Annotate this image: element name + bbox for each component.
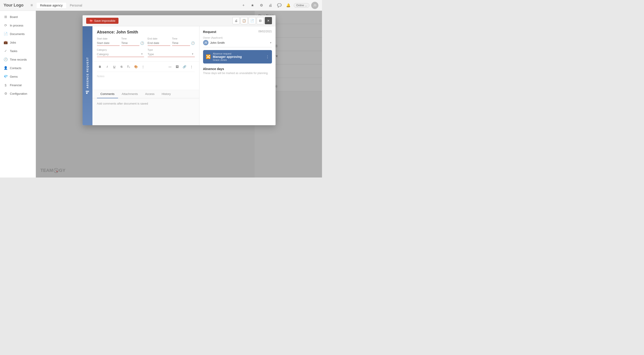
tasks-icon: ✓ [4,49,8,53]
financial-icon: $ [4,83,8,87]
tab-access[interactable]: Access [142,90,158,98]
stop-icon: ⛔ [89,19,93,22]
end-time-input[interactable] [172,40,190,46]
user-avatar[interactable]: JS [311,2,318,9]
category-type-row: Category Category ▼ Type Type [97,48,195,57]
tab-bar: Comments Attachments Access History [92,90,199,98]
sidebar-item-configuration[interactable]: ⚙ Configuration [0,89,36,98]
beach-icon: 🏖 [86,90,90,94]
absence-days-title: Absence days [203,67,272,71]
settings-icon[interactable]: ⚙ [258,2,265,9]
print-icon[interactable]: 🖨 [267,2,274,9]
tab-release-agency[interactable]: Release agency [36,3,66,8]
absence-modal: ⛔ Save impossible 🖨 📋 📄 ⊟ ✕ [82,15,276,125]
category-select[interactable]: Category [97,52,144,57]
sidebar-item-contacts[interactable]: 👤 Contacts [0,64,36,72]
start-date-label: Start date [97,37,120,40]
strikethrough-button[interactable]: S [118,64,125,70]
tab-attachments[interactable]: Attachments [118,90,141,98]
tab-comments[interactable]: Comments [97,90,118,98]
sidebar-item-board[interactable]: ⊞ Board [0,12,36,21]
owner-name: John Smith [210,41,268,44]
date-time-row: Start date Time 🕐 [97,37,195,46]
modal-body: 🏖 ABSENCE REQUEST Absence: John Smith St… [82,26,276,125]
sidebar-item-gems[interactable]: 💎 Gems [0,72,36,81]
end-date-input[interactable] [148,40,170,46]
link-button[interactable]: 🔗 [181,64,188,70]
inprocess-icon: ⟳ [4,23,8,28]
menu-icon[interactable]: ≡ [30,3,33,8]
modal-toolbar-actions: 🖨 📋 📄 ⊟ ✕ [232,17,272,24]
modal-toolbar: ⛔ Save impossible 🖨 📋 📄 ⊟ ✕ [82,15,276,26]
vertical-label-text: ABSENCE REQUEST [86,57,89,88]
sidebar-item-jobs[interactable]: 💼 Jobs [0,38,36,47]
end-date-label: End date [148,37,170,40]
start-date-input[interactable] [97,40,120,46]
sidebar-item-financial[interactable]: $ Financial [0,81,36,89]
gems-icon: 💎 [4,74,8,78]
print-doc-button[interactable]: 🖨 [232,17,240,24]
close-button[interactable]: ✕ [265,17,272,24]
underline-button[interactable]: U [111,64,118,70]
workflow-step[interactable]: 🔀 Absence request Manager approving Grac… [203,50,272,64]
request-header: Request 09/02/2021 [203,30,272,34]
sidebar-item-inprocess[interactable]: ⟳ In process [0,21,36,30]
duplicate-doc-button[interactable]: 📄 [248,17,256,24]
sidebar-label-financial: Financial [10,84,22,87]
sidebar-label-gems: Gems [10,75,18,78]
documents-icon: 📄 [4,32,8,36]
online-badge[interactable]: Online ... [294,3,310,8]
topbar: Your Logo ≡ Release agency Personal ＋ ★ … [0,0,322,11]
bold-button[interactable]: B [97,64,103,70]
workflow-more-icon[interactable]: ⋮ [266,55,269,59]
vertical-label: 🏖 ABSENCE REQUEST [86,57,90,94]
category-arrow-icon: ▼ [141,53,143,55]
type-arrow-icon: ▼ [192,53,194,55]
minimize-button[interactable]: ⊟ [257,17,264,24]
star-icon[interactable]: ★ [249,2,256,9]
main-layout: ⊞ Board ⟳ In process 📄 Documents 💼 Jobs … [0,11,322,178]
type-select[interactable]: Type [148,52,195,57]
topbar-tabs: Release agency Personal [36,3,86,8]
workflow-person: Grace Jones [213,58,264,61]
owner-label: Owner (Applicant) [203,36,272,39]
notes-editor: B I U S T↓ 🎨 ⋮ — 🖼 🔗 [92,62,199,90]
more-format-button[interactable]: ⋮ [140,64,146,70]
contacts-icon: 👤 [4,66,8,70]
divider-button[interactable]: — [167,64,173,70]
configuration-icon: ⚙ [4,92,8,96]
sidebar-item-timerecords[interactable]: 🕐 Time records [0,55,36,64]
workflow-info: Absence request Manager approving Grace … [213,52,264,61]
tab-history[interactable]: History [158,90,174,98]
copy-doc-button[interactable]: 📋 [240,17,248,24]
comments-placeholder: Add comments after document is saved [97,102,195,105]
save-impossible-button[interactable]: ⛔ Save impossible [86,18,119,24]
sidebar-item-tasks[interactable]: ✓ Tasks [0,47,36,55]
italic-button[interactable]: I [104,64,110,70]
end-date-field: End date [148,37,170,46]
form-header: Absence: John Smith Start date Time [92,26,199,62]
owner-row[interactable]: JS John Smith ▼ [203,40,272,47]
sidebar-label-documents: Documents [10,32,25,36]
notes-placeholder[interactable]: Notes [97,72,195,90]
add-icon[interactable]: ＋ [240,2,247,9]
workflow-type: Absence request [213,52,264,55]
chat-icon[interactable]: 💬 [276,2,283,9]
start-time-input[interactable] [122,40,139,46]
vertical-label-col: 🏖 ABSENCE REQUEST [82,26,92,125]
form-area: Absence: John Smith Start date Time [92,26,199,125]
end-time-field: Time 🕐 [172,37,195,46]
tab-personal[interactable]: Personal [66,3,86,8]
topbar-right: ＋ ★ ⚙ 🖨 💬 🔔 Online ... JS [240,2,318,9]
owner-dropdown-icon: ▼ [270,42,272,44]
more-insert-button[interactable]: ⋮ [188,64,195,70]
sidebar-label-timerecords: Time records [10,58,27,61]
color-button[interactable]: 🎨 [133,64,139,70]
text-size-button[interactable]: T↓ [126,64,132,70]
sidebar-item-documents[interactable]: 📄 Documents [0,30,36,38]
category-field: Category Category ▼ [97,48,144,57]
category-label: Category [97,48,144,51]
bell-icon[interactable]: 🔔 [285,2,292,9]
image-button[interactable]: 🖼 [174,64,180,70]
modal-overlay: ⛔ Save impossible 🖨 📋 📄 ⊟ ✕ [36,11,322,178]
